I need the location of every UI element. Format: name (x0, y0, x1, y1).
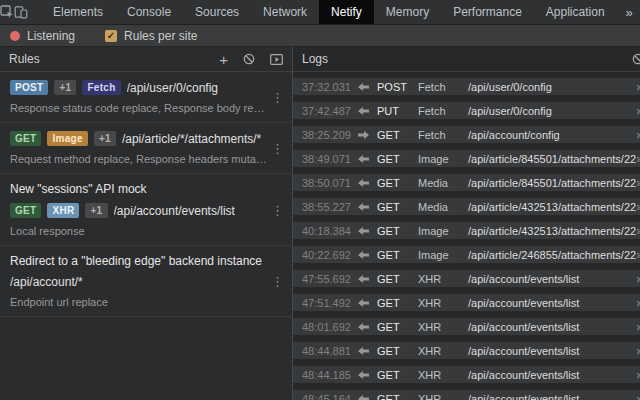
rules-list: POST+1Fetch/api/user/0/configResponse st… (0, 72, 292, 400)
rule-menu-button[interactable]: ⋮ (271, 90, 284, 105)
expand-log-button[interactable]: » (636, 152, 640, 166)
log-resource-type: Fetch (418, 105, 468, 117)
expand-log-button[interactable]: » (636, 224, 640, 238)
rule-main-line: GETImage+1/api/article/*/attachments/* (10, 131, 268, 146)
log-time: 48:45.164 (302, 393, 358, 400)
inspect-element-icon[interactable] (0, 0, 14, 24)
listening-indicator-dot[interactable] (10, 31, 20, 41)
rule-badge-post: POST (10, 80, 48, 95)
direction-left-arrow-icon (358, 107, 377, 115)
tab-network[interactable]: Network (251, 0, 319, 24)
tab-netify[interactable]: Netify (319, 0, 374, 24)
rule-menu-button[interactable]: ⋮ (271, 202, 284, 217)
rule-item[interactable]: Redirect to a "bleeding edge" backend in… (0, 246, 292, 317)
log-method: GET (377, 273, 418, 285)
log-row[interactable]: 38:25.209GETFetch/api/account/config» (293, 126, 640, 143)
expand-log-button[interactable]: » (636, 272, 640, 286)
log-row[interactable]: 48:44.185GETXHR/api/account/events/list» (293, 366, 640, 383)
log-row[interactable]: 38:55.227GETMedia/api/article/432513/att… (293, 198, 640, 215)
log-url-path: /api/article/845501/attachments/22 (468, 177, 636, 189)
expand-log-button[interactable]: » (636, 128, 640, 142)
expand-log-button[interactable]: » (636, 80, 640, 94)
rules-per-site-checkbox[interactable]: ✓ (105, 30, 117, 42)
log-row[interactable]: 38:50.071GETMedia/api/article/845501/att… (293, 174, 640, 191)
logs-list: 37:32.031POSTFetch/api/user/0/config»37:… (293, 72, 640, 400)
log-row[interactable]: 37:42.487PUTFetch/api/user/0/config» (293, 102, 640, 119)
rule-item[interactable]: POST+1Fetch/api/user/0/configResponse st… (0, 72, 292, 123)
expand-log-button[interactable]: » (636, 248, 640, 262)
netify-statusbar: Listening ✓ Rules per site (0, 25, 640, 47)
add-rule-button[interactable]: + (219, 52, 228, 67)
rules-per-site-label: Rules per site (124, 29, 197, 43)
devtools-window: ElementsConsoleSourcesNetworkNetifyMemor… (0, 0, 640, 400)
tab-performance[interactable]: Performance (441, 0, 534, 24)
log-url-path: /api/user/0/config (468, 81, 636, 93)
log-time: 38:49.071 (302, 153, 358, 165)
log-method: GET (377, 249, 418, 261)
log-resource-type: Fetch (418, 81, 468, 93)
log-row[interactable]: 48:44.881GETXHR/api/account/events/list» (293, 342, 640, 359)
rule-main-line: GETXHR+1/api/account/events/list (10, 203, 268, 218)
clear-logs-icon[interactable] (632, 53, 640, 65)
log-row[interactable]: 40:22.692GETImage/api/article/246855/att… (293, 246, 640, 263)
tab-application[interactable]: Application (534, 0, 617, 24)
log-method: GET (377, 321, 418, 333)
listening-label: Listening (27, 29, 75, 43)
rule-main-line: POST+1Fetch/api/user/0/config (10, 80, 268, 95)
tab-console[interactable]: Console (115, 0, 183, 24)
expand-log-button[interactable]: » (636, 392, 640, 400)
log-row[interactable]: 38:49.071GETImage/api/article/845501/att… (293, 150, 640, 167)
log-url-path: /api/account/events/list (468, 369, 636, 381)
rule-badge-image: Image (47, 131, 87, 146)
tab-sources[interactable]: Sources (183, 0, 251, 24)
log-method: GET (377, 153, 418, 165)
expand-log-button[interactable]: » (636, 200, 640, 214)
tab-memory[interactable]: Memory (374, 0, 441, 24)
expand-log-button[interactable]: » (636, 320, 640, 334)
expand-log-button[interactable]: » (636, 176, 640, 190)
rule-title: New "sessions" API mock (10, 182, 268, 196)
direction-right-arrow-icon (358, 131, 377, 139)
rule-description: Local response (10, 225, 268, 237)
log-row[interactable]: 47:55.692GETXHR/api/account/events/list» (293, 270, 640, 287)
log-resource-type: Fetch (418, 129, 468, 141)
log-resource-type: XHR (418, 369, 468, 381)
expand-log-button[interactable]: » (636, 104, 640, 118)
log-row[interactable]: 40:18.384GETImage/api/article/432513/att… (293, 222, 640, 239)
expand-log-button[interactable]: » (636, 368, 640, 382)
rule-item[interactable]: GETImage+1/api/article/*/attachments/*Re… (0, 123, 292, 174)
log-resource-type: XHR (418, 273, 468, 285)
direction-left-arrow-icon (358, 323, 377, 331)
log-time: 47:51.492 (302, 297, 358, 309)
clear-rules-icon[interactable] (243, 53, 255, 65)
devtools-tabs: ElementsConsoleSourcesNetworkNetifyMemor… (41, 0, 617, 24)
rule-path: /api/user/0/config (127, 81, 218, 95)
expand-log-button[interactable]: » (636, 344, 640, 358)
tab-elements[interactable]: Elements (41, 0, 115, 24)
log-resource-type: Media (418, 177, 468, 189)
expand-log-button[interactable]: » (636, 296, 640, 310)
log-row[interactable]: 47:51.492GETXHR/api/account/events/list» (293, 294, 640, 311)
log-row[interactable]: 37:32.031POSTFetch/api/user/0/config» (293, 78, 640, 95)
log-row[interactable]: 48:01.692GETXHR/api/account/events/list» (293, 318, 640, 335)
device-toolbar-icon[interactable] (14, 0, 28, 24)
log-method: GET (377, 177, 418, 189)
collapse-panel-icon[interactable] (270, 54, 283, 65)
rule-item[interactable]: New "sessions" API mockGETXHR+1/api/acco… (0, 174, 292, 246)
log-resource-type: Image (418, 153, 468, 165)
rule-badge-xhr: XHR (47, 203, 79, 218)
direction-left-arrow-icon (358, 155, 377, 163)
rule-badge-count: +1 (54, 80, 76, 95)
rule-badge-fetch: Fetch (82, 80, 120, 95)
main-split: Rules + (0, 47, 640, 400)
rule-badge-count: +1 (85, 203, 107, 218)
log-method: POST (377, 81, 418, 93)
more-tabs-button[interactable]: » (617, 0, 640, 24)
log-method: GET (377, 129, 418, 141)
log-resource-type: XHR (418, 345, 468, 357)
rule-menu-button[interactable]: ⋮ (271, 141, 284, 156)
log-url-path: /api/article/432513/attachments/22 (468, 201, 636, 213)
log-row[interactable]: 48:45.164GETXHR/api/account/events/list» (293, 390, 640, 400)
rule-menu-button[interactable]: ⋮ (271, 274, 284, 289)
log-url-path: /api/account/events/list (468, 273, 636, 285)
